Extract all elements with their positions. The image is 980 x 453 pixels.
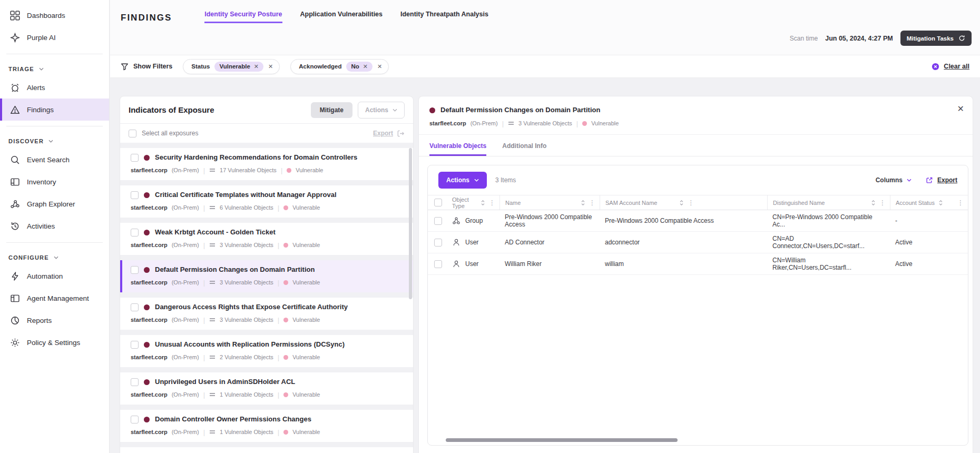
main-area: FINDINGS Identity Security Posture Appli… <box>110 0 980 453</box>
mitigation-tasks-button[interactable]: Mitigation Tasks <box>900 31 972 46</box>
user-icon <box>452 238 460 247</box>
exposure-title: Unusual Accounts with Replication Permis… <box>155 340 345 349</box>
exposure-item[interactable]: Security Hardening Recommendations for D… <box>120 148 413 180</box>
header-checkbox[interactable] <box>434 199 442 206</box>
column-menu-icon[interactable]: ⋮ <box>957 199 964 206</box>
remove-filter-icon[interactable]: ✕ <box>377 63 382 70</box>
divider: | <box>576 120 578 127</box>
sidebar-item-inventory[interactable]: Inventory <box>0 171 109 193</box>
exposure-checkbox[interactable] <box>131 303 139 311</box>
inventory-icon <box>10 177 20 187</box>
sort-icon[interactable] <box>871 200 876 206</box>
exposure-item-selected[interactable]: Default Permission Changes on Domain Par… <box>120 260 413 292</box>
sidebar-item-dashboards[interactable]: Dashboards <box>0 4 109 26</box>
object-name: William Riker <box>505 260 542 268</box>
table-actions-button[interactable]: Actions <box>438 172 487 189</box>
sidebar-item-activities[interactable]: Activities <box>0 215 109 237</box>
remove-value-icon[interactable]: ✕ <box>254 63 259 70</box>
status-label: Vulnerable <box>292 204 320 211</box>
alerts-icon <box>10 83 20 93</box>
table-row[interactable]: User AD Connector adconnector CN=AD Conn… <box>428 232 968 253</box>
sidebar-item-event-search[interactable]: Event Search <box>0 149 109 171</box>
table-row[interactable]: Group Pre-Windows 2000 Compatible Access… <box>428 210 968 232</box>
exposure-item[interactable]: Unusual Accounts with Replication Permis… <box>120 335 413 367</box>
columns-button[interactable]: Columns <box>876 176 912 184</box>
show-filters-button[interactable]: Show Filters <box>121 63 172 71</box>
column-menu-icon[interactable]: ⋮ <box>489 199 495 206</box>
vulnerable-dot-icon <box>283 280 288 285</box>
sidebar-item-automation[interactable]: Automation <box>0 265 109 287</box>
exposure-item[interactable]: Weak SMBv1 Session Allowed <box>120 447 413 453</box>
select-all-checkbox[interactable] <box>129 130 136 137</box>
sort-icon[interactable] <box>679 200 684 206</box>
detail-tabs: Vulnerable Objects Additional Info <box>419 135 973 156</box>
clear-all-icon <box>932 63 939 71</box>
exposures-export-button[interactable]: Export <box>373 130 405 137</box>
sidebar-item-purple-ai[interactable]: Purple AI <box>0 26 109 48</box>
sidebar-item-agent-management[interactable]: Agent Management <box>0 287 109 309</box>
section-title: TRIAGE <box>8 66 34 72</box>
exposures-actions-button[interactable]: Actions <box>358 102 405 119</box>
detail-title: Default Permission Changes on Domain Par… <box>440 106 600 114</box>
page-header: FINDINGS Identity Security Posture Appli… <box>110 0 980 55</box>
exposure-checkbox[interactable] <box>131 341 139 349</box>
exposure-item[interactable]: Critical Certificate Templates without M… <box>120 185 413 218</box>
objects-count: 17 Vulnerable Objects <box>220 167 277 173</box>
exposure-checkbox[interactable] <box>131 378 139 386</box>
column-menu-icon[interactable]: ⋮ <box>879 199 886 206</box>
exposure-checkbox[interactable] <box>131 266 139 274</box>
row-checkbox[interactable] <box>434 239 442 247</box>
sidebar-item-label: Dashboards <box>27 12 65 19</box>
objects-count-icon <box>209 354 215 360</box>
sidebar-item-alerts[interactable]: Alerts <box>0 76 109 99</box>
tab-identity-security-posture[interactable]: Identity Security Posture <box>204 11 282 23</box>
table-horizontal-scrollbar[interactable] <box>446 438 678 442</box>
exposure-checkbox[interactable] <box>131 154 139 162</box>
column-menu-icon[interactable]: ⋮ <box>688 199 694 206</box>
sort-icon[interactable] <box>581 200 585 206</box>
status-label: Vulnerable <box>292 354 320 360</box>
row-checkbox[interactable] <box>434 260 442 268</box>
sidebar-item-reports[interactable]: Reports <box>0 309 109 331</box>
exposures-scrollbar[interactable] <box>409 148 412 299</box>
divider: | <box>203 428 205 436</box>
sidebar-section-configure[interactable]: CONFIGURE <box>0 248 109 265</box>
exposure-checkbox[interactable] <box>131 191 139 199</box>
column-menu-icon[interactable]: ⋮ <box>589 199 595 206</box>
sidebar-item-findings[interactable]: Findings <box>0 99 109 121</box>
clear-all-button[interactable]: Clear all <box>932 63 969 71</box>
sidebar-item-graph-explorer[interactable]: Graph Explorer <box>0 193 109 215</box>
sidebar: Dashboards Purple AI TRIAGE Alerts Findi… <box>0 0 110 453</box>
reports-icon <box>10 316 20 326</box>
tab-identity-threatpath-analysis[interactable]: Identity Threatpath Analysis <box>400 11 488 23</box>
sort-icon[interactable] <box>938 200 943 206</box>
actions-label: Actions <box>446 176 469 184</box>
activities-icon <box>10 221 20 231</box>
tab-application-vulnerabilities[interactable]: Application Vulnerabilities <box>300 11 383 23</box>
vulnerable-dot-icon <box>283 318 288 322</box>
remove-filter-icon[interactable]: ✕ <box>268 63 273 70</box>
table-export-button[interactable]: Export <box>925 176 957 184</box>
exposure-item[interactable]: Weak Krbtgt Account - Golden Ticket star… <box>120 223 413 255</box>
row-checkbox[interactable] <box>434 217 442 225</box>
table-row[interactable]: User William Riker william CN=William Ri… <box>428 253 968 275</box>
exposure-title: Security Hardening Recommendations for D… <box>155 153 357 162</box>
tab-vulnerable-objects[interactable]: Vulnerable Objects <box>429 142 486 156</box>
close-icon[interactable]: ✕ <box>957 104 964 114</box>
remove-value-icon[interactable]: ✕ <box>363 63 368 70</box>
sidebar-section-discover[interactable]: DISCOVER <box>0 132 109 149</box>
severity-dot-icon <box>144 155 150 161</box>
exposure-item[interactable]: Dangerous Access Rights that Expose Cert… <box>120 298 413 330</box>
sidebar-section-triage[interactable]: TRIAGE <box>0 60 109 76</box>
sort-icon[interactable] <box>481 200 485 206</box>
exposure-item[interactable]: Unprivileged Users in AdminSDHolder ACL … <box>120 372 413 405</box>
items-count: 3 Items <box>495 176 516 184</box>
sidebar-item-policy-settings[interactable]: Policy & Settings <box>0 331 109 353</box>
exposure-checkbox[interactable] <box>131 229 139 237</box>
agent-management-icon <box>10 293 20 303</box>
mitigate-button[interactable]: Mitigate <box>311 102 352 118</box>
exposure-checkbox[interactable] <box>131 416 139 424</box>
objects-count: 1 Vulnerable Objects <box>220 391 273 398</box>
tab-additional-info[interactable]: Additional Info <box>502 142 546 156</box>
exposure-item[interactable]: Domain Controller Owner Permissions Chan… <box>120 410 413 442</box>
